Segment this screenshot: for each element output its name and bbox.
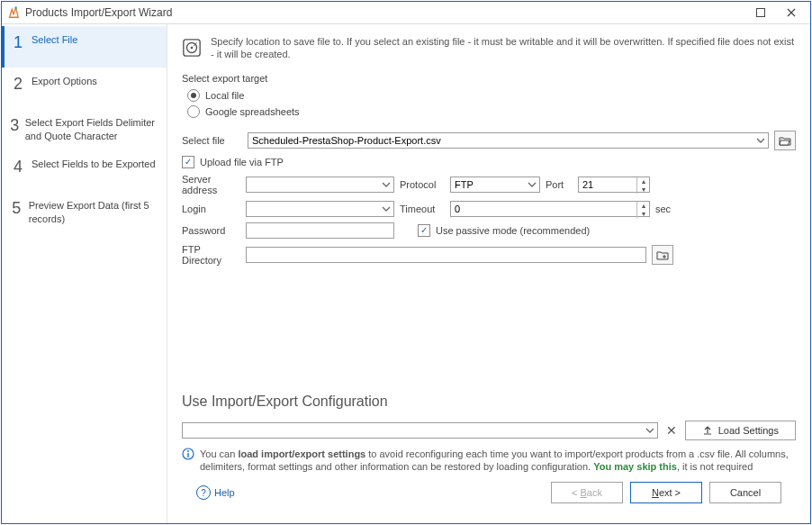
step-preview-data[interactable]: 5 Preview Export Data (first 5 records) [2, 192, 167, 233]
intro-row: Specify location to save file to. If you… [182, 35, 796, 60]
port-label: Port [546, 179, 573, 190]
load-settings-button[interactable]: Load Settings [685, 421, 796, 440]
password-input[interactable] [246, 222, 394, 239]
radio-local-file[interactable]: Local file [187, 87, 796, 104]
spin-up-icon[interactable]: ▴ [636, 177, 649, 186]
svg-rect-1 [757, 9, 765, 17]
ftp-directory-label: FTP Directory [182, 244, 240, 266]
browse-ftp-dir-button[interactable] [652, 245, 673, 265]
step-select-fields[interactable]: 4 Select Fields to be Exported [2, 150, 167, 192]
export-target-label: Select export target [182, 73, 796, 84]
radio-google-spreadsheets[interactable]: Google spreadsheets [187, 104, 796, 120]
help-link[interactable]: ? Help [196, 485, 235, 500]
back-button: < Back [551, 482, 623, 503]
server-address-label: Server address [182, 174, 240, 195]
close-button[interactable] [776, 4, 807, 22]
timeout-unit: sec [655, 204, 673, 214]
config-title: Use Import/Export Configuration [182, 394, 796, 410]
config-info: You can load import/export settings to a… [182, 448, 796, 473]
main-panel: Specify location to save file to. If you… [167, 24, 810, 523]
titlebar: Products Import/Export Wizard [2, 2, 810, 24]
next-button[interactable]: Next > [630, 482, 702, 503]
login-label: Login [182, 204, 240, 214]
radio-icon [187, 89, 200, 102]
info-icon [182, 448, 194, 460]
upload-icon [702, 425, 713, 436]
folder-open-icon [779, 135, 791, 146]
passive-mode-label: Use passive mode (recommended) [436, 225, 590, 236]
app-icon [7, 6, 20, 19]
svg-rect-10 [187, 453, 188, 457]
protocol-select[interactable] [450, 177, 540, 193]
wizard-sidebar: 1 Select File 2 Export Options 3 Select … [2, 24, 167, 523]
svg-point-9 [187, 450, 189, 452]
radio-icon [187, 105, 200, 118]
ftp-directory-input[interactable] [246, 247, 646, 263]
select-file-label: Select file [182, 135, 240, 146]
select-file-input[interactable] [248, 132, 769, 149]
cancel-button[interactable]: Cancel [709, 482, 781, 503]
window-title: Products Import/Export Wizard [25, 6, 745, 19]
spin-up-icon[interactable]: ▴ [636, 202, 649, 210]
upload-ftp-label: Upload file via FTP [200, 157, 284, 167]
timeout-input[interactable] [450, 201, 650, 217]
clear-config-button[interactable]: ✕ [663, 422, 680, 439]
svg-point-0 [14, 6, 17, 9]
folder-browse-icon [656, 249, 669, 260]
passive-mode-checkbox[interactable] [418, 224, 430, 237]
config-select[interactable] [182, 422, 658, 439]
protocol-label: Protocol [400, 179, 445, 190]
step-export-options[interactable]: 2 Export Options [2, 68, 167, 109]
step-delimiter-quote[interactable]: 3 Select Export Fields Delimiter and Quo… [2, 109, 167, 150]
spin-down-icon[interactable]: ▾ [636, 210, 649, 218]
spin-down-icon[interactable]: ▾ [636, 186, 649, 194]
password-label: Password [182, 225, 240, 236]
maximize-button[interactable] [745, 4, 776, 22]
step-select-file[interactable]: 1 Select File [2, 26, 167, 68]
login-input[interactable] [246, 201, 394, 217]
upload-ftp-checkbox[interactable] [182, 156, 194, 168]
help-icon: ? [196, 485, 211, 500]
disk-icon [182, 38, 202, 58]
svg-point-6 [191, 47, 194, 50]
server-address-input[interactable] [246, 177, 394, 193]
browse-file-button[interactable] [774, 131, 796, 150]
intro-text: Specify location to save file to. If you… [211, 35, 796, 60]
timeout-label: Timeout [400, 204, 445, 214]
